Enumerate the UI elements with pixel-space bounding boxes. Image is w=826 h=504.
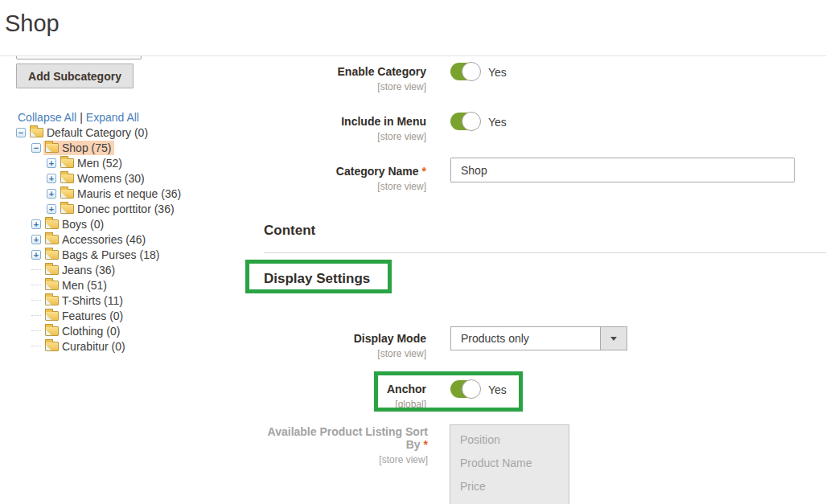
- tree-node[interactable]: +Boys (0): [0, 216, 249, 232]
- folder-icon: [45, 311, 59, 321]
- tree-node[interactable]: −Default Category (0): [0, 125, 249, 140]
- anchor-label: Anchor [global]: [264, 383, 426, 411]
- anchor-toggle[interactable]: [450, 380, 480, 398]
- tree-node[interactable]: +Womens (30): [0, 170, 249, 186]
- tree-node-label: Jeans (36): [62, 264, 115, 277]
- tree-node[interactable]: +Accessories (46): [0, 232, 249, 247]
- folder-icon: [45, 296, 59, 305]
- tree-node[interactable]: +Donec porttitor (36): [0, 201, 249, 216]
- category-name-scope: [store view]: [264, 180, 426, 193]
- folder-icon: [60, 174, 74, 183]
- expand-node-icon[interactable]: +: [31, 250, 41, 260]
- tree-node[interactable]: Jeans (36): [0, 262, 249, 277]
- tree-node-label: Womens (30): [77, 172, 145, 185]
- expand-node-icon[interactable]: +: [47, 204, 56, 214]
- tree-connector: [31, 326, 41, 331]
- collapse-node-icon[interactable]: −: [31, 143, 41, 153]
- category-name-label: Category Name* [store view]: [264, 165, 426, 193]
- tree-node[interactable]: T-Shirts (11): [0, 293, 249, 308]
- expand-all-link[interactable]: Expand All: [86, 111, 139, 124]
- tree-node[interactable]: +Mauris et neque (36): [0, 186, 249, 201]
- display-mode-value: Products only: [451, 332, 600, 345]
- page-title: Shop: [5, 10, 60, 37]
- enable-category-value: Yes: [488, 66, 507, 79]
- tree-node[interactable]: Curabitur (0): [0, 338, 249, 354]
- include-in-menu-toggle[interactable]: [450, 113, 480, 130]
- available-sort-label: Available Product Listing Sort By* [stor…: [251, 425, 428, 466]
- category-name-input[interactable]: [450, 158, 795, 182]
- toggle-knob: [462, 62, 481, 81]
- folder-icon: [60, 204, 74, 214]
- tree-node-label: Clothing (0): [62, 325, 120, 338]
- enable-category-label: Enable Category [store view]: [264, 65, 426, 93]
- folder-icon: [45, 326, 59, 336]
- include-in-menu-label: Include in Menu [store view]: [264, 115, 426, 143]
- tree-node-label: Curabitur (0): [62, 340, 125, 353]
- tree-links: Collapse All|Expand All: [18, 111, 139, 124]
- tree-node-label: T-Shirts (11): [62, 294, 123, 307]
- tree-node-label: Accessories (46): [62, 233, 146, 246]
- expand-node-icon[interactable]: +: [47, 158, 56, 168]
- dropdown-arrow-button[interactable]: [600, 327, 627, 350]
- category-edit-page: Shop Add Subcategory Collapse All|Expand…: [0, 0, 826, 504]
- folder-icon: [45, 250, 59, 260]
- section-divider: [264, 252, 826, 253]
- anchor-value: Yes: [488, 383, 507, 396]
- tree-node-label: Men (51): [62, 279, 107, 292]
- tree-connector: [31, 295, 41, 301]
- toggle-knob: [462, 112, 481, 131]
- add-subcategory-button[interactable]: Add Subcategory: [16, 64, 134, 88]
- folder-icon: [45, 219, 59, 229]
- tree-node-label: Boys (0): [62, 218, 104, 231]
- expand-node-icon[interactable]: +: [47, 174, 56, 183]
- include-in-menu-scope: [store view]: [264, 130, 426, 143]
- tree-node[interactable]: Clothing (0): [0, 323, 249, 338]
- display-mode-label: Display Mode [store view]: [264, 332, 426, 360]
- tree-node[interactable]: −Shop (75): [0, 140, 249, 155]
- tree-node[interactable]: +Men (52): [0, 155, 249, 170]
- tree-node-label: Mauris et neque (36): [77, 187, 181, 200]
- display-mode-select[interactable]: Products only: [450, 326, 627, 350]
- required-marker: *: [424, 438, 428, 451]
- sort-option[interactable]: Price: [450, 475, 569, 498]
- collapse-node-icon[interactable]: −: [16, 128, 26, 137]
- display-settings-section-title[interactable]: Display Settings: [264, 271, 370, 287]
- category-tree: −Default Category (0)−Shop (75)+Men (52)…: [0, 125, 249, 354]
- sort-option[interactable]: Product Name: [450, 452, 569, 475]
- tree-node-label: Features (0): [62, 309, 123, 322]
- folder-icon: [45, 143, 59, 153]
- tree-node-label: Donec porttitor (36): [77, 203, 175, 215]
- available-sort-multiselect[interactable]: PositionProduct NamePrice: [450, 424, 569, 504]
- include-in-menu-value: Yes: [488, 116, 507, 129]
- collapse-all-link[interactable]: Collapse All: [18, 111, 76, 124]
- expand-node-icon[interactable]: +: [47, 189, 56, 199]
- folder-icon: [60, 158, 74, 168]
- toggle-knob: [462, 379, 481, 399]
- links-separator: |: [80, 111, 83, 124]
- sort-option[interactable]: Position: [450, 428, 569, 452]
- available-sort-scope: [store view]: [251, 453, 428, 466]
- tree-node[interactable]: Features (0): [0, 308, 249, 323]
- page-header: Shop: [0, 0, 826, 56]
- required-marker: *: [422, 165, 426, 178]
- enable-category-scope: [store view]: [264, 80, 426, 93]
- expand-node-icon[interactable]: +: [31, 235, 41, 244]
- content-section-title[interactable]: Content: [264, 223, 315, 239]
- folder-icon: [60, 189, 74, 199]
- folder-icon: [45, 281, 59, 290]
- tree-node-label: Shop (75): [62, 141, 111, 154]
- folder-icon: [45, 342, 59, 351]
- folder-icon: [45, 235, 59, 244]
- enable-category-toggle[interactable]: [450, 63, 480, 80]
- tree-node[interactable]: Men (51): [0, 277, 249, 293]
- tree-connector: [31, 280, 41, 285]
- tree-node[interactable]: +Bags & Purses (18): [0, 247, 249, 262]
- chevron-down-icon: [610, 337, 617, 341]
- anchor-scope: [global]: [264, 398, 426, 411]
- tree-node-label: Bags & Purses (18): [62, 248, 159, 261]
- tree-connector: [31, 341, 41, 346]
- tree-connector: [31, 310, 41, 316]
- tree-node-label: Men (52): [77, 157, 122, 170]
- expand-node-icon[interactable]: +: [31, 219, 41, 229]
- folder-icon: [30, 128, 43, 137]
